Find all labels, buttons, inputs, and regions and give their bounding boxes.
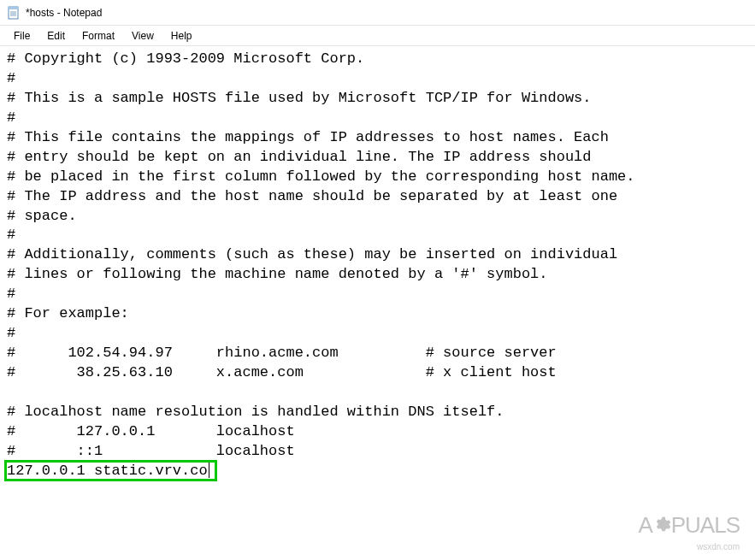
menu-view[interactable]: View	[123, 28, 162, 44]
menu-edit[interactable]: Edit	[38, 28, 74, 44]
editor-line: # For example:	[7, 304, 748, 324]
editor-line: # 102.54.94.97 rhino.acme.com # source s…	[7, 344, 748, 363]
editor-line: # This is a sample HOSTS file used by Mi…	[7, 89, 748, 109]
watermark-sub: wsxdn.com	[697, 542, 740, 551]
editor-line: # lines or following the machine name de…	[7, 265, 748, 285]
editor-line: # entry should be kept on an individual …	[7, 148, 748, 168]
editor-line: # space.	[7, 207, 748, 227]
editor-line: # Additionally, comments (such as these)…	[7, 245, 748, 265]
titlebar: *hosts - Notepad	[0, 0, 755, 26]
menu-format[interactable]: Format	[74, 28, 123, 44]
menu-help[interactable]: Help	[162, 28, 201, 44]
editor-line: # The IP address and the host name shoul…	[7, 187, 748, 207]
editor-line: # localhost name resolution is handled w…	[7, 403, 748, 422]
watermark-pre: A	[638, 512, 652, 538]
gear-icon	[652, 514, 671, 540]
watermark: APUALS wsxdn.com	[638, 512, 740, 551]
editor-line: # 127.0.0.1 localhost	[7, 422, 748, 442]
notepad-icon	[7, 6, 21, 20]
editor-line: #	[7, 285, 748, 304]
editor-line: # ::1 localhost	[7, 442, 748, 462]
editor-line: #	[7, 109, 748, 128]
watermark-post: PUALS	[671, 512, 740, 538]
menubar: File Edit Format View Help	[0, 26, 755, 46]
menu-file[interactable]: File	[5, 28, 38, 44]
text-editor[interactable]: # Copyright (c) 1993-2009 Microsoft Corp…	[0, 46, 755, 485]
editor-line: # This file contains the mappings of IP …	[7, 128, 748, 148]
watermark-brand: APUALS	[638, 512, 740, 540]
editor-line: #	[7, 226, 748, 245]
editor-line: # Copyright (c) 1993-2009 Microsoft Corp…	[7, 50, 748, 69]
editor-line: # be placed in the first column followed…	[7, 168, 748, 187]
window-title: *hosts - Notepad	[26, 7, 102, 19]
editor-line	[7, 383, 748, 403]
editor-line: # 38.25.63.10 x.acme.com # x client host	[7, 363, 748, 383]
editor-line: #	[7, 69, 748, 89]
svg-rect-1	[9, 7, 18, 9]
editor-line: 127.0.0.1 static.vrv.co	[7, 462, 748, 481]
editor-line: #	[7, 324, 748, 344]
